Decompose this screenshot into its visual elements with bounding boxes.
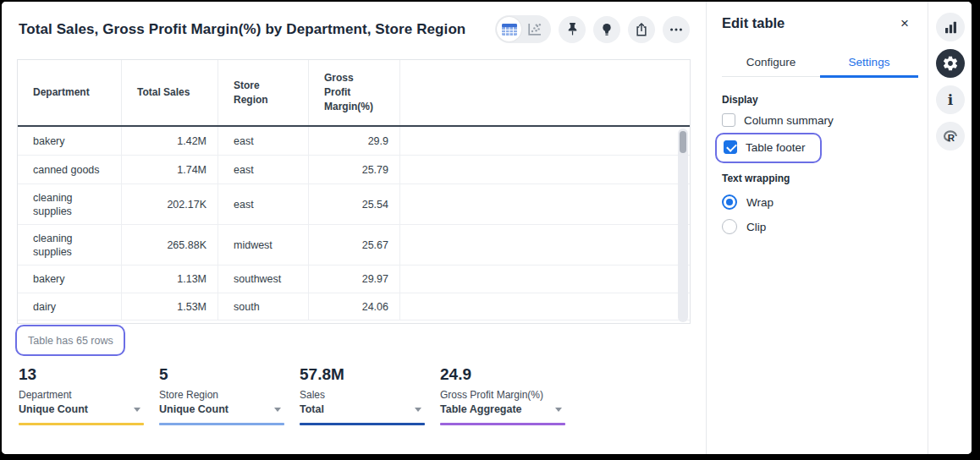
- cell-total-sales[interactable]: 202.17K: [122, 184, 218, 224]
- table-scrollbar[interactable]: [678, 129, 688, 322]
- summary-stats: 13 Department Unique Count 5 Store Regio…: [19, 365, 565, 425]
- cell-store-region[interactable]: east: [218, 184, 309, 224]
- cell-gross-profit[interactable]: 29.97: [309, 266, 400, 293]
- column-header[interactable]: Store Region: [218, 60, 309, 125]
- table-row[interactable]: dairy 1.53M south 24.06: [18, 293, 690, 320]
- stat-value: 5: [159, 365, 284, 384]
- stat-aggregate-select[interactable]: Unique Count: [19, 403, 144, 415]
- table-view-icon: [502, 24, 517, 36]
- close-icon: ×: [900, 15, 909, 32]
- column-header[interactable]: Total Sales: [122, 60, 218, 125]
- cell-empty: [400, 266, 690, 293]
- cell-gross-profit[interactable]: 24.06: [309, 293, 400, 320]
- view-toggle-group: [495, 15, 551, 43]
- cell-gross-profit[interactable]: 25.54: [309, 184, 400, 224]
- app-window: Total Sales, Gross Profit Margin(%) by D…: [2, 2, 972, 454]
- chevron-down-icon: [555, 408, 562, 412]
- right-icon-sidebar: i R: [928, 2, 972, 454]
- cell-store-region[interactable]: east: [218, 127, 309, 155]
- stat-store-region-unique-count: 5 Store Region Unique Count: [159, 365, 284, 425]
- panel-tabs: Configure Settings: [722, 51, 918, 77]
- tab-settings[interactable]: Settings: [820, 51, 918, 76]
- element-toolbar: [495, 15, 690, 43]
- cell-total-sales[interactable]: 1.74M: [122, 156, 218, 183]
- tab-configure[interactable]: Configure: [722, 51, 820, 76]
- column-summary-checkbox[interactable]: [722, 113, 735, 127]
- stat-value: 24.9: [440, 365, 565, 384]
- cell-gross-profit[interactable]: 25.67: [309, 225, 400, 265]
- stat-aggregate-select[interactable]: Total: [300, 403, 425, 415]
- cell-department[interactable]: bakery: [18, 127, 122, 155]
- table-view-button[interactable]: [497, 17, 521, 41]
- wrap-radio[interactable]: [722, 194, 737, 210]
- r-language-button[interactable]: R: [936, 122, 965, 151]
- visualizations-button[interactable]: [936, 13, 965, 41]
- cell-department[interactable]: bakery: [18, 266, 122, 293]
- cell-total-sales[interactable]: 1.42M: [122, 127, 218, 155]
- cell-department[interactable]: dairy: [18, 293, 122, 320]
- chart-view-button[interactable]: [521, 17, 548, 41]
- table-footer-option[interactable]: Table footer: [724, 140, 806, 154]
- column-summary-option[interactable]: Column summary: [722, 113, 834, 127]
- display-section-label: Display: [722, 94, 758, 106]
- lightbulb-icon: [599, 22, 614, 37]
- cell-store-region[interactable]: south: [218, 293, 309, 320]
- clip-radio[interactable]: [722, 219, 737, 234]
- share-icon: [634, 22, 649, 37]
- info-button[interactable]: i: [936, 85, 965, 114]
- table-footer-checkbox[interactable]: [724, 140, 737, 154]
- cell-store-region[interactable]: southwest: [218, 266, 309, 293]
- cell-department[interactable]: cleaning supplies: [33, 191, 89, 218]
- r-logo-icon: R: [942, 129, 959, 145]
- cell-total-sales[interactable]: 1.13M: [122, 266, 218, 293]
- stat-gross-profit-aggregate: 24.9 Gross Profit Margin(%) Table Aggreg…: [440, 365, 565, 425]
- cell-empty: [400, 184, 690, 224]
- edit-table-panel: Edit table × Configure Settings Display …: [707, 2, 928, 454]
- table-header-row: Department Total Sales Store Region Gros…: [18, 60, 690, 127]
- more-button[interactable]: [663, 16, 690, 43]
- cell-gross-profit[interactable]: 29.9: [309, 127, 400, 155]
- table-footer-row-count: Table has 65 rows: [15, 325, 125, 356]
- gear-icon: [942, 55, 959, 72]
- cell-gross-profit[interactable]: 25.79: [309, 156, 400, 183]
- text-wrapping-section-label: Text wrapping: [722, 172, 790, 184]
- close-panel-button[interactable]: ×: [895, 14, 914, 33]
- table-scrollbar-thumb[interactable]: [680, 131, 686, 153]
- table-row[interactable]: bakery 1.42M east 29.9: [18, 127, 690, 156]
- stat-column-label: Store Region: [159, 389, 284, 401]
- share-button[interactable]: [628, 16, 655, 43]
- cell-store-region[interactable]: midwest: [218, 225, 309, 265]
- wrap-option[interactable]: Wrap: [722, 194, 774, 210]
- column-summary-label: Column summary: [744, 114, 834, 127]
- table-row[interactable]: bakery 1.13M southwest 29.97: [18, 266, 690, 293]
- stat-aggregate-select[interactable]: Table Aggregate: [440, 403, 565, 415]
- wrap-label: Wrap: [746, 196, 774, 209]
- column-header[interactable]: Gross Profit Margin(%): [309, 60, 400, 125]
- chevron-down-icon: [134, 408, 140, 412]
- cell-total-sales[interactable]: 265.88K: [122, 225, 218, 265]
- table-row[interactable]: canned goods 1.74M east 25.79: [18, 156, 690, 184]
- explore-button[interactable]: [593, 16, 620, 43]
- stat-column-label: Sales: [300, 389, 425, 401]
- chevron-down-icon: [274, 408, 281, 412]
- settings-button[interactable]: [936, 49, 965, 78]
- clip-option[interactable]: Clip: [722, 219, 766, 234]
- stat-value: 57.8M: [300, 365, 425, 384]
- page-title: Total Sales, Gross Profit Margin(%) by D…: [19, 21, 465, 38]
- table-row[interactable]: cleaning supplies 265.88K midwest 25.67: [18, 225, 690, 266]
- cell-department[interactable]: canned goods: [18, 156, 122, 183]
- cell-store-region[interactable]: east: [218, 156, 309, 183]
- stat-department-unique-count: 13 Department Unique Count: [19, 365, 144, 425]
- table-footer-label: Table footer: [746, 141, 806, 154]
- stat-sales-total: 57.8M Sales Total: [300, 365, 425, 425]
- clip-label: Clip: [746, 221, 766, 233]
- pin-button[interactable]: [559, 16, 586, 43]
- stat-aggregate-select[interactable]: Unique Count: [159, 403, 284, 415]
- table-row[interactable]: cleaning supplies 202.17K east 25.54: [18, 184, 690, 225]
- panel-title: Edit table: [722, 15, 785, 31]
- pin-icon: [564, 21, 581, 37]
- column-header[interactable]: Department: [18, 60, 122, 125]
- cell-total-sales[interactable]: 1.53M: [122, 293, 218, 320]
- cell-department[interactable]: cleaning supplies: [33, 232, 89, 259]
- cell-empty: [400, 225, 690, 265]
